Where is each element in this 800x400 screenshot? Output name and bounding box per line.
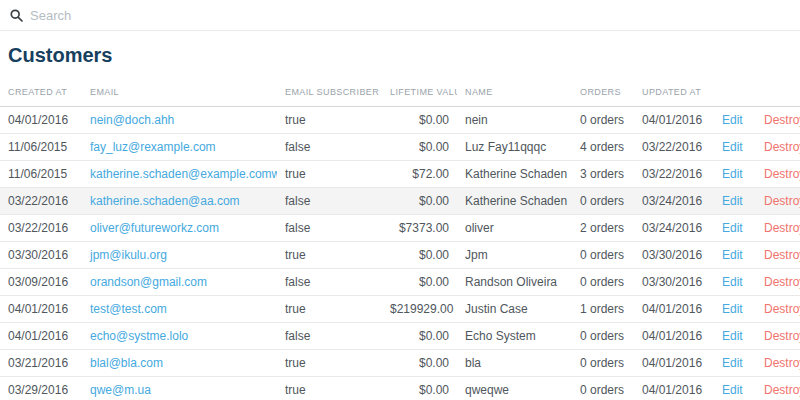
email-link[interactable]: katherine.schaden@aa.com (90, 194, 240, 208)
email-link[interactable]: qwe@m.ua (90, 383, 151, 397)
table-row: 04/01/2016echo@systme.lolofalse$0.00Echo… (0, 323, 800, 350)
edit-link[interactable]: Edit (722, 194, 743, 208)
cell-lifetime-value: $0.00 (382, 269, 457, 296)
cell-email: blal@bla.com (82, 350, 277, 377)
destroy-link[interactable]: Destroy (764, 167, 800, 181)
cell-destroy: Destroy (756, 215, 800, 242)
cell-edit: Edit (714, 134, 756, 161)
destroy-link[interactable]: Destroy (764, 356, 800, 370)
edit-link[interactable]: Edit (722, 356, 743, 370)
cell-orders: 3 orders (572, 161, 634, 188)
column-header-edit (714, 79, 756, 107)
email-link[interactable]: blal@bla.com (90, 356, 163, 370)
edit-link[interactable]: Edit (722, 302, 743, 316)
cell-email-subscriber: true (277, 350, 382, 377)
cell-name: Jpm (457, 242, 572, 269)
cell-updated-at: 04/01/2016 (634, 107, 714, 134)
destroy-link[interactable]: Destroy (764, 113, 800, 127)
table-row: 03/22/2016katherine.schaden@aa.comfalse$… (0, 188, 800, 215)
email-link[interactable]: nein@doch.ahh (90, 113, 174, 127)
edit-link[interactable]: Edit (722, 275, 743, 289)
cell-email-subscriber: true (277, 296, 382, 323)
edit-link[interactable]: Edit (722, 167, 743, 181)
cell-edit: Edit (714, 215, 756, 242)
cell-name: Luz Fay11qqqc (457, 134, 572, 161)
email-link[interactable]: jpm@ikulu.org (90, 248, 167, 262)
cell-lifetime-value: $0.00 (382, 350, 457, 377)
cell-destroy: Destroy (756, 188, 800, 215)
destroy-link[interactable]: Destroy (764, 302, 800, 316)
email-link[interactable]: fay_luz@rexample.com (90, 140, 216, 154)
cell-email-subscriber: true (277, 377, 382, 400)
edit-link[interactable]: Edit (722, 113, 743, 127)
destroy-link[interactable]: Destroy (764, 383, 800, 397)
destroy-link[interactable]: Destroy (764, 275, 800, 289)
edit-link[interactable]: Edit (722, 221, 743, 235)
cell-created-at: 11/06/2015 (0, 134, 82, 161)
edit-link[interactable]: Edit (722, 248, 743, 262)
customers-table: CREATED ATEMAILEMAIL SUBSCRIBERLIFETIME … (0, 79, 800, 400)
cell-created-at: 03/30/2016 (0, 242, 82, 269)
cell-email-subscriber: true (277, 242, 382, 269)
destroy-link[interactable]: Destroy (764, 140, 800, 154)
cell-email: katherine.schaden@example.comw (82, 161, 277, 188)
edit-link[interactable]: Edit (722, 140, 743, 154)
destroy-link[interactable]: Destroy (764, 221, 800, 235)
cell-email-subscriber: true (277, 107, 382, 134)
search-icon (10, 9, 23, 22)
cell-edit: Edit (714, 296, 756, 323)
cell-edit: Edit (714, 323, 756, 350)
destroy-link[interactable]: Destroy (764, 329, 800, 343)
cell-updated-at: 04/01/2016 (634, 296, 714, 323)
cell-edit: Edit (714, 350, 756, 377)
search-input[interactable] (30, 8, 790, 23)
table-row: 03/29/2016qwe@m.uatrue$0.00qweqwe0 order… (0, 377, 800, 400)
cell-lifetime-value: $0.00 (382, 107, 457, 134)
table-row: 03/30/2016jpm@ikulu.orgtrue$0.00Jpm0 ord… (0, 242, 800, 269)
cell-edit: Edit (714, 269, 756, 296)
cell-updated-at: 04/01/2016 (634, 377, 714, 400)
cell-created-at: 04/01/2016 (0, 323, 82, 350)
cell-destroy: Destroy (756, 377, 800, 400)
cell-lifetime-value: $219929.00 (382, 296, 457, 323)
cell-email: orandson@gmail.com (82, 269, 277, 296)
cell-orders: 2 orders (572, 215, 634, 242)
cell-destroy: Destroy (756, 107, 800, 134)
column-header-email-subscriber: EMAIL SUBSCRIBER (277, 79, 382, 107)
cell-edit: Edit (714, 242, 756, 269)
search-bar (0, 0, 800, 31)
cell-email-subscriber: false (277, 188, 382, 215)
cell-destroy: Destroy (756, 296, 800, 323)
destroy-link[interactable]: Destroy (764, 248, 800, 262)
email-link[interactable]: katherine.schaden@example.comw (90, 167, 277, 181)
cell-updated-at: 04/01/2016 (634, 323, 714, 350)
destroy-link[interactable]: Destroy (764, 194, 800, 208)
cell-destroy: Destroy (756, 242, 800, 269)
cell-email: jpm@ikulu.org (82, 242, 277, 269)
cell-email: echo@systme.lolo (82, 323, 277, 350)
cell-created-at: 03/09/2016 (0, 269, 82, 296)
email-link[interactable]: echo@systme.lolo (90, 329, 188, 343)
email-link[interactable]: orandson@gmail.com (90, 275, 207, 289)
cell-updated-at: 04/01/2016 (634, 350, 714, 377)
cell-updated-at: 03/30/2016 (634, 242, 714, 269)
cell-orders: 0 orders (572, 377, 634, 400)
cell-destroy: Destroy (756, 269, 800, 296)
cell-lifetime-value: $0.00 (382, 323, 457, 350)
cell-edit: Edit (714, 377, 756, 400)
column-header-name: NAME (457, 79, 572, 107)
edit-link[interactable]: Edit (722, 383, 743, 397)
cell-name: nein (457, 107, 572, 134)
edit-link[interactable]: Edit (722, 329, 743, 343)
cell-destroy: Destroy (756, 134, 800, 161)
cell-orders: 0 orders (572, 269, 634, 296)
cell-created-at: 03/22/2016 (0, 215, 82, 242)
column-header-created-at: CREATED AT (0, 79, 82, 107)
cell-orders: 0 orders (572, 242, 634, 269)
email-link[interactable]: test@test.com (90, 302, 167, 316)
cell-lifetime-value: $72.00 (382, 161, 457, 188)
cell-edit: Edit (714, 188, 756, 215)
cell-email-subscriber: false (277, 134, 382, 161)
email-link[interactable]: oliver@futureworkz.com (90, 221, 219, 235)
cell-email-subscriber: false (277, 323, 382, 350)
